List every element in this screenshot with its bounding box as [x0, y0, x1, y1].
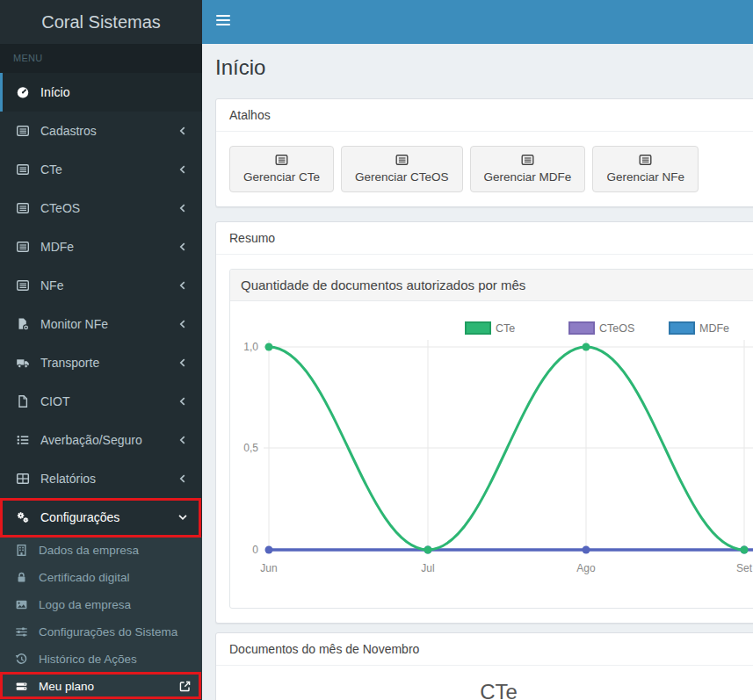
sidebar-item-ciot[interactable]: CIOT [0, 382, 202, 421]
chevron-left-icon [177, 434, 189, 446]
svg-text:CTe: CTe [496, 322, 515, 335]
sidebar-item-cte[interactable]: CTe [0, 150, 202, 189]
sidebar-item-cadastros[interactable]: Cadastros [0, 112, 202, 150]
chevron-left-icon [177, 279, 189, 292]
chevron-left-icon [177, 473, 189, 485]
sliders-icon [15, 625, 33, 639]
file-icon [16, 394, 34, 408]
svg-text:Set: Set [736, 562, 753, 574]
documents-type-heading: CTe [227, 680, 753, 700]
sidebar-item-transporte[interactable]: Transporte [0, 343, 202, 382]
chart-panel-title: Quantidade de documentos autorizados por… [230, 270, 753, 301]
building-icon [15, 544, 33, 557]
list-ul-icon [16, 433, 34, 447]
list-alt-icon [638, 153, 654, 168]
sidebar-subitem-historico-de-acoes[interactable]: Histórico de Ações [0, 646, 202, 673]
gerenciar-cteos-button[interactable]: Gerenciar CTeOS [341, 146, 463, 192]
sidebar-item-mdfe[interactable]: MDFe [0, 227, 202, 266]
y-axis-labels: 1,0 0,5 0 [243, 341, 258, 556]
documents-card: Documentos do mês de Novembro CTe [215, 632, 753, 700]
sidebar-item-monitor-nfe[interactable]: Monitor NFe [0, 305, 202, 343]
svg-text:MDFe: MDFe [699, 322, 729, 335]
sidebar-subitem-meu-plano[interactable]: Meu plano [0, 673, 202, 700]
sidebar: Coral Sistemas MENU Início Cadastros CTe… [0, 0, 202, 700]
svg-text:Jul: Jul [421, 562, 434, 574]
svg-text:0,5: 0,5 [243, 442, 258, 454]
chevron-left-icon [177, 318, 189, 330]
gears-icon [16, 510, 34, 524]
shortcuts-card-header: Atalhos [216, 99, 753, 132]
x-axis-labels: Jun Jul Ago Set [260, 562, 752, 574]
topbar [202, 0, 753, 44]
chevron-left-icon [177, 163, 189, 176]
sidebar-toggle-button[interactable] [204, 4, 243, 37]
history-icon [15, 653, 33, 666]
list-alt-icon [274, 153, 290, 168]
chevron-left-icon [177, 202, 189, 214]
chart-legend: CTe CTeOS MDFe [466, 322, 729, 335]
sidebar-item-cteos[interactable]: CTeOS [0, 189, 202, 227]
list-alt-icon [394, 153, 409, 168]
sidebar-item-nfe[interactable]: NFe [0, 266, 202, 305]
list-alt-icon [16, 201, 34, 215]
page-title: Início [215, 54, 753, 81]
sidebar-menu: Início Cadastros CTe CTeOS MDFe NFe [0, 73, 202, 700]
list-alt-icon [519, 153, 535, 168]
chevron-left-icon [177, 395, 189, 408]
gerenciar-mdfe-button[interactable]: Gerenciar MDFe [470, 146, 586, 192]
gauge-icon [16, 85, 34, 99]
lock-icon [15, 571, 33, 584]
external-link-icon [178, 680, 192, 693]
list-alt-icon [16, 162, 34, 177]
svg-text:1,0: 1,0 [243, 341, 258, 353]
chevron-left-icon [177, 125, 189, 137]
chevron-left-icon [177, 357, 189, 369]
chevron-down-icon [177, 511, 189, 523]
brand-logo[interactable]: Coral Sistemas [0, 0, 202, 44]
svg-text:CTeOS: CTeOS [599, 322, 634, 335]
sidebar-subitem-logo-da-empresa[interactable]: Logo da empresa [0, 591, 202, 618]
image-icon [15, 598, 33, 611]
svg-text:0: 0 [252, 544, 258, 556]
sidebar-item-inicio[interactable]: Início [0, 73, 202, 112]
truck-icon [16, 356, 34, 370]
sidebar-item-relatorios[interactable]: Relatórios [0, 459, 202, 498]
svg-text:Ago: Ago [576, 562, 596, 574]
shortcuts-card: Atalhos Gerenciar CTe Gerenciar CTeOS Ge… [215, 98, 753, 207]
chevron-left-icon [177, 241, 189, 253]
sidebar-item-configuracoes[interactable]: Configurações [0, 498, 202, 537]
sidebar-subitem-configuracoes-do-sistema[interactable]: Configurações do Sistema [0, 618, 202, 646]
menu-section-header: MENU [0, 44, 202, 73]
documents-line-chart: CTe CTeOS MDFe [230, 308, 753, 604]
sidebar-subitem-certificado-digital[interactable]: Certificado digital [0, 564, 202, 591]
server-icon [15, 680, 33, 693]
svg-text:Jun: Jun [260, 562, 277, 574]
configuracoes-submenu: Dados da empresa Certificado digital Log… [0, 537, 202, 700]
resumo-card: Resumo Quantidade de documentos autoriza… [215, 221, 753, 624]
chart-panel: Quantidade de documentos autorizados por… [229, 269, 753, 609]
main-content: Início Atalhos Gerenciar CTe Gerenciar C… [202, 44, 753, 700]
file-badge-icon [16, 317, 34, 331]
gerenciar-nfe-button[interactable]: Gerenciar NFe [592, 146, 699, 192]
table-icon [16, 472, 34, 486]
list-alt-icon [16, 278, 34, 292]
list-alt-icon [16, 124, 34, 138]
resumo-card-header: Resumo [216, 222, 753, 255]
hamburger-icon [216, 15, 230, 17]
documents-card-header: Documentos do mês de Novembro [216, 633, 753, 666]
sidebar-subitem-dados-da-empresa[interactable]: Dados da empresa [0, 537, 202, 564]
gerenciar-cte-button[interactable]: Gerenciar CTe [229, 146, 334, 192]
sidebar-item-averbacao-seguro[interactable]: Averbação/Seguro [0, 421, 202, 459]
list-alt-icon [16, 240, 34, 254]
